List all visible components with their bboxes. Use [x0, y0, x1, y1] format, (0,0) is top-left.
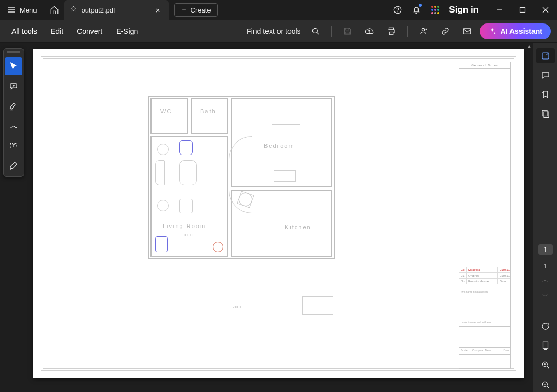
- window-minimize-icon[interactable]: [488, 0, 511, 20]
- link-icon[interactable]: [436, 22, 455, 41]
- svg-rect-6: [389, 32, 393, 34]
- toolbar-all-tools[interactable]: All tools: [6, 24, 42, 39]
- revision-row: 01Original010811: [459, 273, 510, 279]
- zoom-out-icon[interactable]: [536, 377, 555, 392]
- level-mark: ±0.00: [183, 233, 192, 237]
- room-label-living: Living Room: [163, 223, 206, 229]
- title-block: General Notes 02Modified01081101Original…: [459, 62, 511, 369]
- apps-icon[interactable]: [426, 0, 445, 20]
- page-total: 1: [543, 262, 547, 270]
- outside-mark: -30.0: [233, 305, 241, 309]
- page-number-input[interactable]: 1: [538, 244, 553, 255]
- svg-point-1: [398, 11, 398, 12]
- panel-ai-icon[interactable]: [536, 48, 555, 63]
- panel-thumbnails-icon[interactable]: [536, 106, 555, 121]
- rotate-icon[interactable]: [536, 319, 555, 334]
- toolbar-edit[interactable]: Edit: [45, 24, 68, 39]
- page-up-icon[interactable]: ︿: [540, 274, 550, 286]
- textbox-tool-icon[interactable]: [5, 137, 22, 155]
- palette-grip-icon[interactable]: [7, 51, 20, 53]
- left-tool-rail: [0, 43, 27, 392]
- help-icon[interactable]: [388, 0, 407, 20]
- sign-in-button[interactable]: Sign in: [445, 0, 488, 20]
- notes-header: General Notes: [459, 62, 510, 69]
- upload-cloud-icon[interactable]: [360, 22, 379, 41]
- toolbar-divider: [407, 26, 408, 37]
- firm-label: firm name and address: [459, 289, 510, 296]
- page-fit-icon[interactable]: [536, 338, 555, 353]
- title-bar: Menu output2.pdf × ＋ Create Sign in: [0, 0, 557, 20]
- menu-button[interactable]: Menu: [0, 0, 44, 20]
- create-button[interactable]: ＋ Create: [174, 3, 218, 17]
- search-icon[interactable]: [306, 22, 325, 41]
- menu-label: Menu: [20, 6, 37, 14]
- page-down-icon[interactable]: ﹀: [540, 290, 550, 302]
- svg-rect-14: [543, 342, 548, 349]
- document-tab[interactable]: output2.pdf ×: [64, 0, 169, 20]
- save-icon[interactable]: [338, 22, 357, 41]
- ai-assistant-button[interactable]: AI Assistant: [480, 23, 551, 39]
- document-viewport[interactable]: ▲ WC Bath: [27, 43, 533, 392]
- right-panel-rail: 1 1 ︿ ﹀: [533, 43, 557, 392]
- home-button[interactable]: [44, 0, 64, 20]
- room-label-bedroom: Bedroom: [264, 142, 295, 149]
- room-label-bath: Bath: [200, 108, 216, 114]
- plus-icon: ＋: [181, 5, 188, 15]
- panel-bookmarks-icon[interactable]: [536, 87, 555, 102]
- svg-rect-4: [346, 32, 349, 34]
- svg-rect-12: [542, 110, 547, 116]
- highlight-tool-icon[interactable]: [5, 97, 22, 115]
- select-tool-icon[interactable]: [5, 57, 22, 75]
- ai-assistant-label: AI Assistant: [501, 27, 542, 35]
- page: WC Bath Bedroom Kitchen Living Room ±0.0…: [33, 49, 524, 378]
- main-area: ▲ WC Bath: [0, 43, 557, 392]
- create-label: Create: [191, 6, 211, 14]
- revision-row: 02Modified010811: [459, 267, 510, 273]
- tab-close-icon[interactable]: ×: [154, 5, 163, 16]
- tab-title: output2.pdf: [82, 6, 149, 14]
- toolbar-esign[interactable]: E-Sign: [111, 24, 143, 39]
- window-close-icon[interactable]: [534, 0, 557, 20]
- toolbar-convert[interactable]: Convert: [72, 24, 108, 39]
- svg-point-7: [422, 28, 424, 31]
- window-maximize-icon[interactable]: [511, 0, 534, 20]
- notifications-icon[interactable]: [407, 0, 426, 20]
- quick-tools-palette: [3, 48, 24, 177]
- target-marker-icon: [213, 242, 223, 252]
- toolbar: All tools Edit Convert E-Sign Find text …: [0, 20, 557, 43]
- room-label-wc: WC: [160, 108, 172, 114]
- svg-point-3: [312, 28, 317, 33]
- panel-comments-icon[interactable]: [536, 67, 555, 82]
- email-icon[interactable]: [458, 22, 477, 41]
- revision-header: NoRevision/IssueDate: [459, 279, 510, 284]
- print-icon[interactable]: [382, 22, 401, 41]
- draw-tool-icon[interactable]: [5, 117, 22, 135]
- zoom-in-icon[interactable]: [536, 358, 555, 373]
- share-people-icon[interactable]: [414, 22, 433, 41]
- find-label: Find text or tools: [247, 27, 301, 35]
- room-label-kitchen: Kitchen: [285, 224, 311, 230]
- project-label: project name and address: [459, 319, 510, 326]
- star-icon[interactable]: [69, 5, 77, 15]
- ceiling-fan-icon: [239, 193, 252, 206]
- scroll-up-icon[interactable]: ▲: [526, 43, 533, 50]
- sign-tool-icon[interactable]: [5, 157, 22, 174]
- svg-rect-13: [544, 112, 549, 117]
- svg-rect-8: [463, 28, 471, 34]
- svg-rect-2: [520, 8, 525, 13]
- comment-tool-icon[interactable]: [5, 77, 22, 95]
- floor-plan: WC Bath Bedroom Kitchen Living Room ±0.0…: [148, 96, 335, 259]
- toolbar-divider: [331, 26, 332, 37]
